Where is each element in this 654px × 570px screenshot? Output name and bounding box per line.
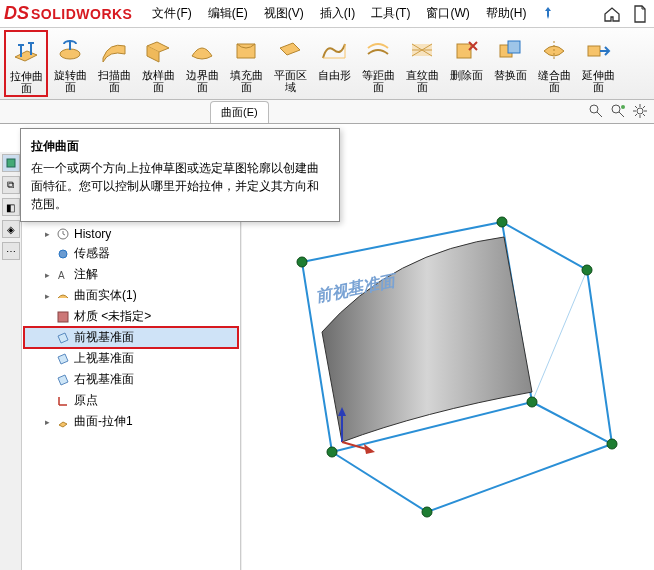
swept-surface-icon bbox=[98, 35, 130, 67]
ribbon-label: 自由形 bbox=[318, 69, 351, 81]
logo-ds-icon: DS bbox=[4, 3, 29, 24]
expand-toggle-icon[interactable]: ▸ bbox=[42, 417, 52, 427]
tree-item-front-plane[interactable]: 前视基准面 bbox=[24, 327, 238, 348]
ribbon-toolbar: 拉伸曲面 旋转曲面 扫描曲面 放样曲面 边界曲面 填充曲面 平面区域 bbox=[0, 28, 654, 100]
plane-handle[interactable] bbox=[297, 257, 307, 267]
tree-item-sensors[interactable]: 传感器 bbox=[24, 243, 238, 264]
svg-point-6 bbox=[590, 105, 598, 113]
title-right bbox=[602, 4, 650, 24]
expand-toggle-icon[interactable]: ▸ bbox=[42, 270, 52, 280]
ribbon-revolved-surface[interactable]: 旋转曲面 bbox=[48, 30, 92, 97]
tree-item-top-plane[interactable]: 上视基准面 bbox=[24, 348, 238, 369]
panel-tab-extra[interactable]: ⋯ bbox=[2, 242, 20, 260]
ribbon-lofted-surface[interactable]: 放样曲面 bbox=[136, 30, 180, 97]
ribbon-knit-surface[interactable]: 缝合曲面 bbox=[532, 30, 576, 97]
history-icon bbox=[56, 227, 70, 241]
menu-help[interactable]: 帮助(H) bbox=[482, 3, 531, 24]
ribbon-label: 缝合曲面 bbox=[533, 69, 575, 93]
document-icon[interactable] bbox=[630, 4, 650, 24]
ribbon-extruded-surface[interactable]: 拉伸曲面 bbox=[4, 30, 48, 97]
pin-icon[interactable] bbox=[538, 3, 558, 23]
plane-icon bbox=[56, 373, 70, 387]
panel-tab-feature-tree[interactable] bbox=[2, 154, 20, 172]
ribbon-freeform[interactable]: 自由形 bbox=[312, 30, 356, 97]
svg-point-9 bbox=[637, 108, 643, 114]
delete-face-icon bbox=[450, 35, 482, 67]
tree-item-label: 传感器 bbox=[74, 245, 110, 262]
material-icon bbox=[56, 310, 70, 324]
tooltip-extruded-surface: 拉伸曲面 在一个或两个方向上拉伸草图或选定草图轮廓以创建曲面特征。您可以控制从哪… bbox=[20, 128, 340, 222]
svg-point-12 bbox=[59, 250, 67, 258]
menu-window[interactable]: 窗口(W) bbox=[422, 3, 473, 24]
tree-item-surface-bodies[interactable]: ▸ 曲面实体(1) bbox=[24, 285, 238, 306]
plane-icon bbox=[56, 331, 70, 345]
menu-bar: 文件(F) 编辑(E) 视图(V) 插入(I) 工具(T) 窗口(W) 帮助(H… bbox=[148, 3, 558, 24]
tab-surface[interactable]: 曲面(E) bbox=[210, 101, 269, 123]
boundary-surface-icon bbox=[186, 35, 218, 67]
menu-view[interactable]: 视图(V) bbox=[260, 3, 308, 24]
ribbon-ruled-surface[interactable]: 直纹曲面 bbox=[400, 30, 444, 97]
ruled-surface-icon bbox=[406, 35, 438, 67]
surface-model: 前视基准面 bbox=[272, 192, 632, 552]
tree-item-surface-extrude1[interactable]: ▸ 曲面-拉伸1 bbox=[24, 411, 238, 432]
ribbon-filled-surface[interactable]: 填充曲面 bbox=[224, 30, 268, 97]
plane-handle[interactable] bbox=[327, 447, 337, 457]
plane-handle[interactable] bbox=[422, 507, 432, 517]
home-icon[interactable] bbox=[602, 4, 622, 24]
search-icon[interactable] bbox=[588, 103, 604, 121]
app-logo: DS SOLIDWORKS bbox=[4, 3, 132, 24]
surface-body-icon bbox=[56, 289, 70, 303]
tree-item-annotations[interactable]: ▸ A 注解 bbox=[24, 264, 238, 285]
ribbon-replace-face[interactable]: 替换面 bbox=[488, 30, 532, 97]
menu-edit[interactable]: 编辑(E) bbox=[204, 3, 252, 24]
ribbon-delete-face[interactable]: 删除面 bbox=[444, 30, 488, 97]
svg-point-7 bbox=[612, 105, 620, 113]
plane-handle[interactable] bbox=[527, 397, 537, 407]
tree-item-label: 前视基准面 bbox=[74, 329, 134, 346]
plane-icon bbox=[56, 352, 70, 366]
freeform-icon bbox=[318, 35, 350, 67]
svg-text:A: A bbox=[58, 270, 65, 281]
panel-tab-property[interactable]: ⧉ bbox=[2, 176, 20, 194]
ribbon-label: 放样曲面 bbox=[137, 69, 179, 93]
extruded-surface-body[interactable] bbox=[322, 237, 532, 442]
panel-tab-config[interactable]: ◧ bbox=[2, 198, 20, 216]
svg-rect-14 bbox=[58, 312, 68, 322]
ribbon-extend-surface[interactable]: 延伸曲面 bbox=[576, 30, 620, 97]
offset-surface-icon bbox=[362, 35, 394, 67]
panel-tab-display[interactable]: ◈ bbox=[2, 220, 20, 238]
origin-icon bbox=[56, 394, 70, 408]
ribbon-boundary-surface[interactable]: 边界曲面 bbox=[180, 30, 224, 97]
ribbon-offset-surface[interactable]: 等距曲面 bbox=[356, 30, 400, 97]
replace-face-icon bbox=[494, 35, 526, 67]
svg-marker-18 bbox=[364, 444, 375, 454]
tree-item-origin[interactable]: 原点 bbox=[24, 390, 238, 411]
filled-surface-icon bbox=[230, 35, 262, 67]
svg-point-0 bbox=[60, 49, 80, 59]
expand-toggle-icon[interactable]: ▸ bbox=[42, 291, 52, 301]
planar-surface-icon bbox=[274, 35, 306, 67]
tree-item-material[interactable]: 材质 <未指定> bbox=[24, 306, 238, 327]
tree-item-label: 注解 bbox=[74, 266, 98, 283]
menu-file[interactable]: 文件(F) bbox=[148, 3, 195, 24]
ribbon-label: 等距曲面 bbox=[357, 69, 399, 93]
plane-handle[interactable] bbox=[607, 439, 617, 449]
tree-item-right-plane[interactable]: 右视基准面 bbox=[24, 369, 238, 390]
svg-rect-5 bbox=[588, 46, 600, 56]
plane-handle[interactable] bbox=[497, 217, 507, 227]
title-bar: DS SOLIDWORKS 文件(F) 编辑(E) 视图(V) 插入(I) 工具… bbox=[0, 0, 654, 28]
menu-tools[interactable]: 工具(T) bbox=[367, 3, 414, 24]
svg-rect-10 bbox=[7, 159, 15, 167]
menu-insert[interactable]: 插入(I) bbox=[316, 3, 359, 24]
tooltip-body: 在一个或两个方向上拉伸草图或选定草图轮廓以创建曲面特征。您可以控制从哪里开始拉伸… bbox=[31, 159, 329, 213]
expand-toggle-icon[interactable]: ▸ bbox=[42, 229, 52, 239]
tree-item-history[interactable]: ▸ History bbox=[24, 225, 238, 243]
plane-handle[interactable] bbox=[582, 265, 592, 275]
ribbon-label: 平面区域 bbox=[269, 69, 311, 93]
ribbon-label: 删除面 bbox=[450, 69, 483, 81]
ribbon-planar-surface[interactable]: 平面区域 bbox=[268, 30, 312, 97]
svg-rect-1 bbox=[412, 44, 432, 56]
search-plus-icon[interactable] bbox=[610, 103, 626, 121]
ribbon-swept-surface[interactable]: 扫描曲面 bbox=[92, 30, 136, 97]
gear-icon[interactable] bbox=[632, 103, 648, 121]
